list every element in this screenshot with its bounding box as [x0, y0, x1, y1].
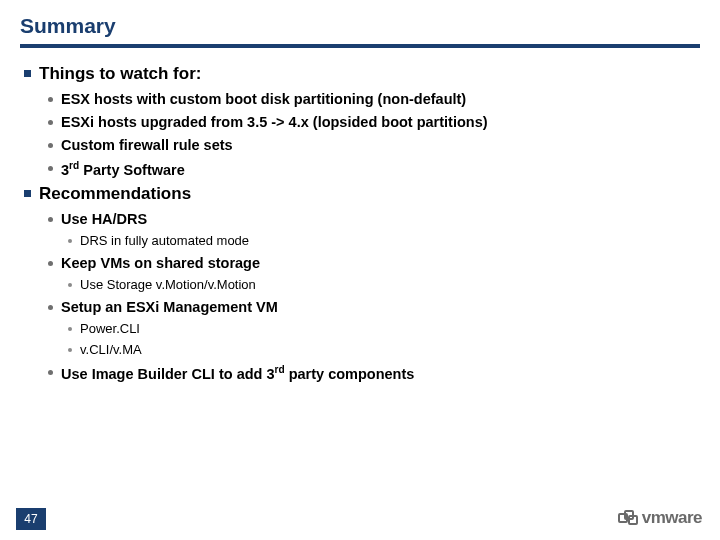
- page-number: 47: [16, 508, 46, 530]
- sub-bullet-text: Use Storage v.Motion/v.Motion: [80, 277, 256, 292]
- heading-text: Recommendations: [39, 184, 191, 204]
- bullet-text: Use HA/DRS: [61, 211, 147, 227]
- dot-bullet-icon: [48, 97, 53, 102]
- bullet-text: ESX hosts with custom boot disk partitio…: [61, 91, 466, 107]
- sub-bullet-item: v.CLI/v.MA: [68, 342, 700, 357]
- bullet-text: ESXi hosts upgraded from 3.5 -> 4.x (lop…: [61, 114, 488, 130]
- bullet-item: ESXi hosts upgraded from 3.5 -> 4.x (lop…: [48, 114, 700, 130]
- bullet-text: Setup an ESXi Management VM: [61, 299, 278, 315]
- bullet-item: Use HA/DRS: [48, 211, 700, 227]
- square-bullet-icon: [24, 70, 31, 77]
- sub-bullet-item: Power.CLI: [68, 321, 700, 336]
- section-heading: Recommendations: [24, 184, 700, 204]
- dot-bullet-icon: [48, 120, 53, 125]
- bullet-text: Use Image Builder CLI to add 3rd party c…: [61, 364, 414, 382]
- bullet-text: Keep VMs on shared storage: [61, 255, 260, 271]
- sub-dot-bullet-icon: [68, 239, 72, 243]
- sub-dot-bullet-icon: [68, 327, 72, 331]
- bullet-text: Custom firewall rule sets: [61, 137, 233, 153]
- bullet-item: Keep VMs on shared storage: [48, 255, 700, 271]
- logo-icon: [618, 510, 638, 526]
- sub-bullet-text: DRS in fully automated mode: [80, 233, 249, 248]
- logo-text: vmware: [642, 508, 702, 528]
- bullet-item: Setup an ESXi Management VM: [48, 299, 700, 315]
- dot-bullet-icon: [48, 166, 53, 171]
- slide-content: Things to watch for:ESX hosts with custo…: [20, 64, 700, 382]
- vmware-logo: vmware: [618, 508, 702, 528]
- bullet-item: ESX hosts with custom boot disk partitio…: [48, 91, 700, 107]
- sub-bullet-item: Use Storage v.Motion/v.Motion: [68, 277, 700, 292]
- bullet-item: 3rd Party Software: [48, 160, 700, 178]
- bullet-text: 3rd Party Software: [61, 160, 185, 178]
- dot-bullet-icon: [48, 305, 53, 310]
- bullet-item: Use Image Builder CLI to add 3rd party c…: [48, 364, 700, 382]
- slide: Summary Things to watch for:ESX hosts wi…: [0, 0, 720, 540]
- dot-bullet-icon: [48, 143, 53, 148]
- slide-title: Summary: [20, 14, 700, 42]
- sub-bullet-text: v.CLI/v.MA: [80, 342, 142, 357]
- bullet-item: Custom firewall rule sets: [48, 137, 700, 153]
- dot-bullet-icon: [48, 217, 53, 222]
- dot-bullet-icon: [48, 261, 53, 266]
- title-rule: [20, 44, 700, 48]
- sub-dot-bullet-icon: [68, 283, 72, 287]
- square-bullet-icon: [24, 190, 31, 197]
- dot-bullet-icon: [48, 370, 53, 375]
- footer: 47 vmware: [0, 504, 720, 540]
- section-heading: Things to watch for:: [24, 64, 700, 84]
- sub-bullet-item: DRS in fully automated mode: [68, 233, 700, 248]
- sub-dot-bullet-icon: [68, 348, 72, 352]
- sub-bullet-text: Power.CLI: [80, 321, 140, 336]
- heading-text: Things to watch for:: [39, 64, 201, 84]
